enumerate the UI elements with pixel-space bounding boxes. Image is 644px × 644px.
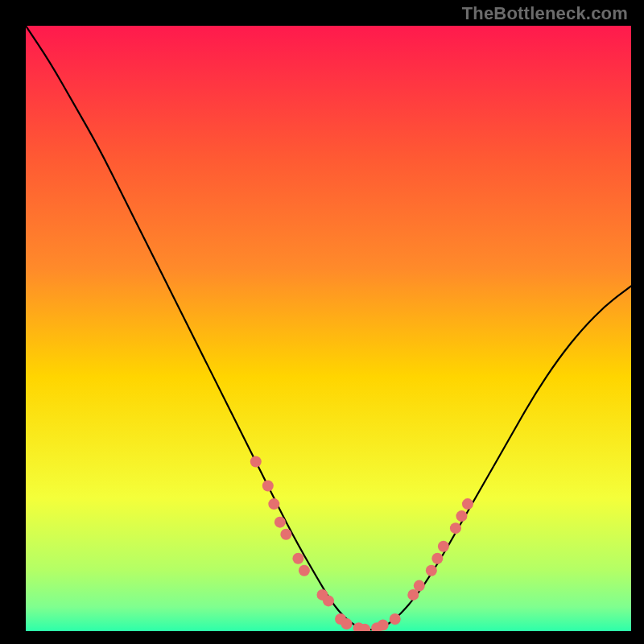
plot-area	[26, 26, 631, 631]
highlight-dot	[431, 553, 443, 564]
highlight-dot	[323, 595, 334, 606]
chart-frame: TheBottleneck.com	[0, 0, 644, 644]
highlight-dot	[299, 565, 310, 576]
highlight-dot	[292, 553, 303, 564]
watermark-text: TheBottleneck.com	[462, 3, 628, 24]
highlight-dot	[341, 618, 353, 630]
highlight-dot	[280, 529, 291, 540]
highlight-dot	[378, 619, 389, 630]
highlight-dot	[426, 565, 437, 576]
highlight-dot	[450, 522, 461, 534]
highlight-dot	[250, 456, 262, 467]
highlight-dot	[268, 498, 279, 510]
gradient-background	[26, 26, 631, 631]
chart-svg	[26, 26, 631, 631]
highlight-dot	[390, 613, 401, 625]
highlight-dot	[456, 510, 467, 522]
highlight-dot	[438, 541, 449, 552]
highlight-dot	[414, 580, 425, 592]
highlight-dot	[275, 517, 286, 528]
highlight-dot	[262, 481, 274, 492]
highlight-dot	[462, 498, 473, 510]
